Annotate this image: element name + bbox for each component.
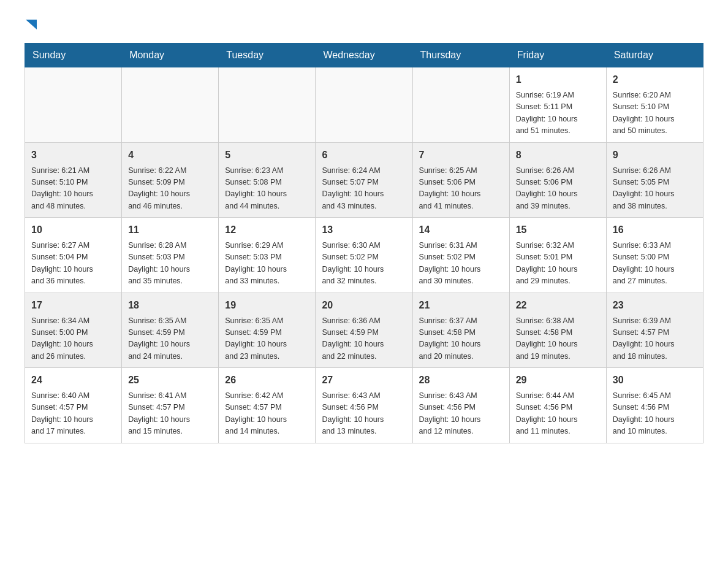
day-info: Sunrise: 6:20 AM Sunset: 5:10 PM Dayligh…	[613, 90, 697, 137]
day-info: Sunrise: 6:38 AM Sunset: 4:58 PM Dayligh…	[516, 315, 600, 363]
day-number: 11	[128, 223, 212, 237]
day-number: 25	[128, 373, 212, 388]
day-number: 17	[31, 298, 115, 313]
calendar-week-row: 10Sunrise: 6:27 AM Sunset: 5:04 PM Dayli…	[25, 218, 703, 293]
day-info: Sunrise: 6:44 AM Sunset: 4:56 PM Dayligh…	[516, 390, 600, 438]
calendar-cell	[122, 67, 219, 143]
calendar-cell: 23Sunrise: 6:39 AM Sunset: 4:57 PM Dayli…	[606, 293, 703, 368]
day-number: 19	[225, 298, 309, 313]
day-number: 20	[322, 298, 406, 313]
day-header-saturday: Saturday	[606, 44, 703, 67]
day-number: 2	[613, 72, 697, 87]
calendar-cell: 6Sunrise: 6:24 AM Sunset: 5:07 PM Daylig…	[316, 142, 412, 218]
calendar-cell: 10Sunrise: 6:27 AM Sunset: 5:04 PM Dayli…	[25, 218, 122, 293]
day-header-thursday: Thursday	[412, 44, 509, 67]
calendar-cell	[219, 67, 316, 143]
calendar-cell: 9Sunrise: 6:26 AM Sunset: 5:05 PM Daylig…	[606, 142, 703, 218]
day-info: Sunrise: 6:35 AM Sunset: 4:59 PM Dayligh…	[225, 315, 309, 363]
calendar-cell: 11Sunrise: 6:28 AM Sunset: 5:03 PM Dayli…	[122, 218, 219, 293]
calendar-cell: 24Sunrise: 6:40 AM Sunset: 4:57 PM Dayli…	[25, 368, 122, 443]
calendar-cell: 29Sunrise: 6:44 AM Sunset: 4:56 PM Dayli…	[509, 368, 606, 443]
day-header-sunday: Sunday	[25, 44, 122, 67]
day-info: Sunrise: 6:39 AM Sunset: 4:57 PM Dayligh…	[613, 315, 697, 363]
day-info: Sunrise: 6:35 AM Sunset: 4:59 PM Dayligh…	[128, 315, 212, 363]
day-info: Sunrise: 6:43 AM Sunset: 4:56 PM Dayligh…	[419, 390, 503, 438]
day-info: Sunrise: 6:27 AM Sunset: 5:04 PM Dayligh…	[31, 240, 115, 288]
day-number: 26	[225, 373, 309, 388]
calendar-cell: 27Sunrise: 6:43 AM Sunset: 4:56 PM Dayli…	[316, 368, 412, 443]
day-info: Sunrise: 6:28 AM Sunset: 5:03 PM Dayligh…	[128, 240, 212, 288]
day-info: Sunrise: 6:32 AM Sunset: 5:01 PM Dayligh…	[516, 240, 600, 288]
day-header-monday: Monday	[122, 44, 219, 67]
day-info: Sunrise: 6:36 AM Sunset: 4:59 PM Dayligh…	[322, 315, 406, 363]
logo	[25, 18, 38, 31]
day-number: 6	[322, 148, 406, 163]
calendar-cell: 16Sunrise: 6:33 AM Sunset: 5:00 PM Dayli…	[606, 218, 703, 293]
day-info: Sunrise: 6:23 AM Sunset: 5:08 PM Dayligh…	[225, 165, 309, 213]
calendar-cell: 19Sunrise: 6:35 AM Sunset: 4:59 PM Dayli…	[219, 293, 316, 368]
day-header-friday: Friday	[509, 44, 606, 67]
day-number: 13	[322, 223, 406, 237]
day-info: Sunrise: 6:19 AM Sunset: 5:11 PM Dayligh…	[516, 90, 600, 137]
day-number: 16	[613, 223, 697, 237]
calendar-cell: 12Sunrise: 6:29 AM Sunset: 5:03 PM Dayli…	[219, 218, 316, 293]
day-header-wednesday: Wednesday	[316, 44, 412, 67]
day-number: 10	[31, 223, 115, 237]
day-info: Sunrise: 6:22 AM Sunset: 5:09 PM Dayligh…	[128, 165, 212, 213]
calendar-cell: 4Sunrise: 6:22 AM Sunset: 5:09 PM Daylig…	[122, 142, 219, 218]
day-header-tuesday: Tuesday	[219, 44, 316, 67]
day-number: 3	[31, 148, 115, 163]
day-number: 1	[516, 72, 600, 87]
day-info: Sunrise: 6:26 AM Sunset: 5:05 PM Dayligh…	[613, 165, 697, 213]
calendar-cell: 25Sunrise: 6:41 AM Sunset: 4:57 PM Dayli…	[122, 368, 219, 443]
calendar-cell: 3Sunrise: 6:21 AM Sunset: 5:10 PM Daylig…	[25, 142, 122, 218]
day-info: Sunrise: 6:25 AM Sunset: 5:06 PM Dayligh…	[419, 165, 503, 213]
calendar-week-row: 17Sunrise: 6:34 AM Sunset: 5:00 PM Dayli…	[25, 293, 703, 368]
svg-marker-0	[26, 20, 37, 29]
logo-triangle-icon	[26, 17, 38, 31]
day-info: Sunrise: 6:31 AM Sunset: 5:02 PM Dayligh…	[419, 240, 503, 288]
day-info: Sunrise: 6:30 AM Sunset: 5:02 PM Dayligh…	[322, 240, 406, 288]
day-info: Sunrise: 6:34 AM Sunset: 5:00 PM Dayligh…	[31, 315, 115, 363]
calendar-cell: 5Sunrise: 6:23 AM Sunset: 5:08 PM Daylig…	[219, 142, 316, 218]
day-info: Sunrise: 6:21 AM Sunset: 5:10 PM Dayligh…	[31, 165, 115, 213]
day-info: Sunrise: 6:43 AM Sunset: 4:56 PM Dayligh…	[322, 390, 406, 438]
day-number: 22	[516, 298, 600, 313]
day-number: 23	[613, 298, 697, 313]
day-number: 18	[128, 298, 212, 313]
day-number: 15	[516, 223, 600, 237]
day-info: Sunrise: 6:40 AM Sunset: 4:57 PM Dayligh…	[31, 390, 115, 438]
day-info: Sunrise: 6:29 AM Sunset: 5:03 PM Dayligh…	[225, 240, 309, 288]
calendar-cell: 18Sunrise: 6:35 AM Sunset: 4:59 PM Dayli…	[122, 293, 219, 368]
day-info: Sunrise: 6:26 AM Sunset: 5:06 PM Dayligh…	[516, 165, 600, 213]
calendar-cell: 15Sunrise: 6:32 AM Sunset: 5:01 PM Dayli…	[509, 218, 606, 293]
day-number: 21	[419, 298, 503, 313]
day-number: 27	[322, 373, 406, 388]
day-number: 12	[225, 223, 309, 237]
day-number: 8	[516, 148, 600, 163]
day-number: 14	[419, 223, 503, 237]
calendar-cell: 13Sunrise: 6:30 AM Sunset: 5:02 PM Dayli…	[316, 218, 412, 293]
day-info: Sunrise: 6:33 AM Sunset: 5:00 PM Dayligh…	[613, 240, 697, 288]
calendar-week-row: 3Sunrise: 6:21 AM Sunset: 5:10 PM Daylig…	[25, 142, 703, 218]
day-info: Sunrise: 6:37 AM Sunset: 4:58 PM Dayligh…	[419, 315, 503, 363]
calendar-week-row: 1Sunrise: 6:19 AM Sunset: 5:11 PM Daylig…	[25, 67, 703, 143]
day-number: 30	[613, 373, 697, 388]
calendar-week-row: 24Sunrise: 6:40 AM Sunset: 4:57 PM Dayli…	[25, 368, 703, 443]
calendar-cell: 17Sunrise: 6:34 AM Sunset: 5:00 PM Dayli…	[25, 293, 122, 368]
day-info: Sunrise: 6:41 AM Sunset: 4:57 PM Dayligh…	[128, 390, 212, 438]
calendar-cell: 14Sunrise: 6:31 AM Sunset: 5:02 PM Dayli…	[412, 218, 509, 293]
day-number: 9	[613, 148, 697, 163]
day-number: 24	[31, 373, 115, 388]
day-headers-row: SundayMondayTuesdayWednesdayThursdayFrid…	[25, 44, 703, 67]
calendar-cell	[412, 67, 509, 143]
day-number: 29	[516, 373, 600, 388]
day-number: 4	[128, 148, 212, 163]
calendar-cell	[316, 67, 412, 143]
calendar-cell: 20Sunrise: 6:36 AM Sunset: 4:59 PM Dayli…	[316, 293, 412, 368]
day-number: 5	[225, 148, 309, 163]
calendar-cell: 7Sunrise: 6:25 AM Sunset: 5:06 PM Daylig…	[412, 142, 509, 218]
calendar-body: 1Sunrise: 6:19 AM Sunset: 5:11 PM Daylig…	[25, 67, 703, 443]
day-info: Sunrise: 6:42 AM Sunset: 4:57 PM Dayligh…	[225, 390, 309, 438]
calendar-cell: 28Sunrise: 6:43 AM Sunset: 4:56 PM Dayli…	[412, 368, 509, 443]
